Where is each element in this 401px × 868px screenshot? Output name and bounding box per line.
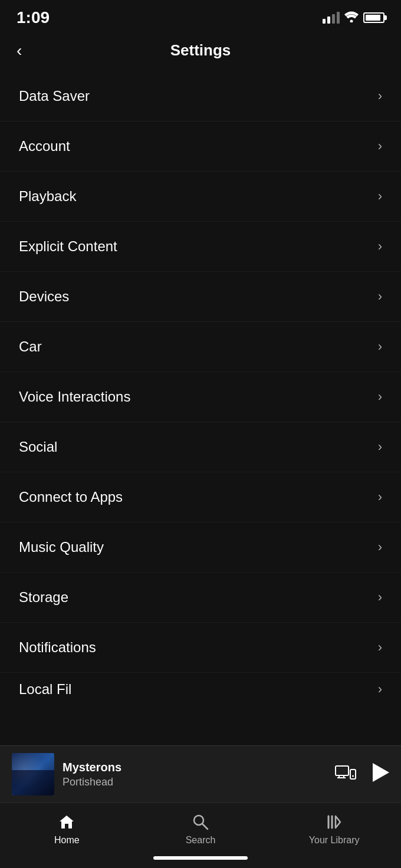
settings-item-label: Connect to Apps: [19, 489, 123, 505]
home-indicator: [0, 850, 401, 868]
settings-item-label: Music Quality: [19, 539, 104, 555]
chevron-right-icon: ›: [378, 439, 382, 455]
settings-item-label: Social: [19, 439, 57, 455]
status-time: 1:09: [17, 8, 50, 27]
settings-item-music-quality[interactable]: Music Quality ›: [0, 522, 401, 573]
now-playing-bar[interactable]: Mysterons Portishead: [0, 745, 401, 803]
settings-item-label: Voice Interactions: [19, 389, 130, 405]
nav-label-home: Home: [54, 835, 80, 846]
svg-point-0: [350, 20, 353, 23]
album-art: [12, 753, 54, 795]
device-connect-icon[interactable]: [335, 765, 356, 783]
page-title: Settings: [170, 41, 231, 60]
search-icon: [192, 813, 209, 831]
chevron-right-icon: ›: [378, 489, 382, 505]
settings-item-label: Account: [19, 138, 70, 154]
settings-item-car[interactable]: Car ›: [0, 322, 401, 372]
nav-label-search: Search: [186, 835, 216, 846]
back-button[interactable]: ‹: [17, 42, 22, 59]
home-bar: [153, 856, 248, 860]
svg-point-6: [352, 775, 354, 777]
library-icon: [326, 813, 343, 831]
chevron-right-icon: ›: [378, 289, 382, 304]
status-icons: [323, 11, 384, 25]
settings-item-account[interactable]: Account ›: [0, 121, 401, 172]
now-playing-title: Mysterons: [63, 761, 327, 774]
chevron-right-icon: ›: [378, 682, 382, 697]
settings-item-storage[interactable]: Storage ›: [0, 573, 401, 623]
settings-item-connect-to-apps[interactable]: Connect to Apps ›: [0, 472, 401, 522]
settings-item-label: Local Fil: [19, 681, 71, 698]
chevron-right-icon: ›: [378, 139, 382, 154]
settings-item-social[interactable]: Social ›: [0, 422, 401, 472]
chevron-right-icon: ›: [378, 339, 382, 354]
settings-item-notifications[interactable]: Notifications ›: [0, 623, 401, 673]
home-icon: [58, 813, 75, 831]
settings-item-label: Explicit Content: [19, 238, 117, 255]
nav-item-home[interactable]: Home: [0, 813, 134, 846]
header: ‹ Settings: [0, 32, 401, 71]
signal-icon: [323, 12, 340, 24]
settings-item-label: Storage: [19, 589, 68, 606]
settings-item-label: Devices: [19, 288, 69, 305]
svg-line-9: [202, 824, 208, 829]
chevron-right-icon: ›: [378, 590, 382, 605]
settings-item-label: Data Saver: [19, 88, 90, 104]
now-playing-controls: [335, 763, 389, 786]
chevron-right-icon: ›: [378, 540, 382, 555]
settings-item-devices[interactable]: Devices ›: [0, 272, 401, 322]
settings-item-playback[interactable]: Playback ›: [0, 172, 401, 222]
status-bar: 1:09: [0, 0, 401, 32]
svg-marker-12: [336, 816, 340, 828]
chevron-right-icon: ›: [378, 88, 382, 104]
play-button[interactable]: [373, 763, 389, 786]
settings-item-data-saver[interactable]: Data Saver ›: [0, 71, 401, 121]
now-playing-artist: Portishead: [63, 776, 327, 788]
nav-label-your-library: Your Library: [309, 835, 360, 846]
chevron-right-icon: ›: [378, 239, 382, 254]
chevron-right-icon: ›: [378, 640, 382, 655]
svg-rect-5: [350, 770, 356, 779]
now-playing-info: Mysterons Portishead: [63, 761, 327, 788]
settings-item-voice-interactions[interactable]: Voice Interactions ›: [0, 372, 401, 422]
battery-icon: [363, 12, 384, 23]
nav-item-search[interactable]: Search: [134, 813, 268, 846]
chevron-right-icon: ›: [378, 389, 382, 405]
svg-rect-1: [336, 766, 349, 775]
settings-item-label: Notifications: [19, 639, 96, 656]
svg-marker-7: [373, 763, 389, 782]
settings-item-label: Car: [19, 338, 42, 355]
settings-item-local-files[interactable]: Local Fil ›: [0, 673, 401, 706]
wifi-icon: [344, 11, 359, 25]
settings-item-explicit-content[interactable]: Explicit Content ›: [0, 222, 401, 272]
bottom-nav: Home Search Your Library: [0, 803, 401, 850]
nav-item-your-library[interactable]: Your Library: [267, 813, 401, 846]
settings-list: Data Saver › Account › Playback › Explic…: [0, 71, 401, 745]
chevron-right-icon: ›: [378, 189, 382, 204]
settings-item-label: Playback: [19, 188, 76, 205]
